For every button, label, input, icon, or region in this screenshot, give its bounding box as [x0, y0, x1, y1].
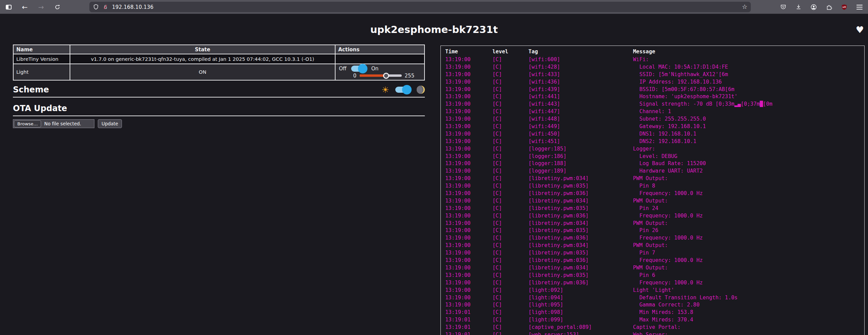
- log-tag: [captive_portal:089]: [528, 324, 633, 331]
- log-time: 13:19:00: [445, 220, 492, 227]
- extensions-button[interactable]: [824, 2, 834, 12]
- log-row: 13:19:00 [C] [wifi:450] DNS1: 192.168.10…: [441, 130, 864, 138]
- log-time: 13:19:01: [445, 316, 492, 324]
- log-level: [C]: [492, 301, 528, 309]
- log-time: 13:19:00: [445, 101, 492, 108]
- light-toggle[interactable]: [351, 66, 366, 72]
- log-message: Pin 24: [633, 205, 864, 212]
- log-row: 13:19:00 [C] [wifi:428] Local MAC: 10:5A…: [441, 64, 864, 71]
- log-header-level: level: [492, 49, 528, 55]
- log-time: 13:19:00: [445, 182, 492, 190]
- browser-toolbar: ← → 192.168.10.136 ☆: [0, 0, 868, 14]
- log-level: [C]: [492, 71, 528, 78]
- moon-icon: [417, 86, 425, 94]
- log-row: 13:19:00 [C] [wifi:443] Signal strength:…: [441, 101, 864, 108]
- log-tag: [wifi:428]: [528, 64, 633, 71]
- log-level: [C]: [492, 182, 528, 190]
- log-time: 13:19:00: [445, 272, 492, 279]
- light-state: ON: [70, 64, 335, 80]
- log-time: 13:19:00: [445, 249, 492, 257]
- log-level: [C]: [492, 197, 528, 205]
- brightness-slider-thumb[interactable]: [383, 73, 389, 79]
- browse-button[interactable]: Browse…: [14, 120, 41, 127]
- entity-table-header-name: Name: [13, 45, 70, 54]
- menu-button[interactable]: [854, 2, 865, 12]
- log-panel[interactable]: Time level Tag Message 13:19:00 [C] [wif…: [440, 46, 865, 335]
- log-level: [C]: [492, 205, 528, 212]
- brightness-slider[interactable]: [360, 74, 402, 77]
- log-row: 13:19:00 [C] [wifi:600] WiFi:: [441, 56, 864, 64]
- insecure-lock-icon[interactable]: [102, 4, 109, 10]
- ota-section: OTA Update Browse… No file selected. Upd…: [13, 104, 425, 128]
- log-tag: [libretiny.pwm:035]: [528, 249, 633, 257]
- log-row: 13:19:00 [C] [libretiny.pwm:034] PWM Out…: [441, 242, 864, 249]
- screen: { "browser": { "url": "192.168.10.136", …: [0, 0, 868, 335]
- log-row: 13:19:00 [C] [logger:188] Log Baud Rate:…: [441, 160, 864, 168]
- log-level: [C]: [492, 220, 528, 227]
- version-name: LibreTiny Version: [13, 54, 70, 64]
- pocket-button[interactable]: [778, 2, 788, 12]
- log-row: 13:19:00 [C] [libretiny.pwm:036] Frequen…: [441, 279, 864, 287]
- reload-button[interactable]: [52, 2, 62, 12]
- entity-table-header-state: State: [70, 45, 335, 54]
- log-level: [C]: [492, 145, 528, 153]
- log-level: [C]: [492, 190, 528, 197]
- url-text[interactable]: 192.168.10.136: [112, 4, 153, 10]
- log-tag: [light:099]: [528, 316, 633, 324]
- log-row: 13:19:00 [C] [libretiny.pwm:035] Pin 6: [441, 272, 864, 279]
- log-level: [C]: [492, 272, 528, 279]
- log-row: 13:19:00 [C] [light:094] Default Transit…: [441, 294, 864, 302]
- scheme-toggle[interactable]: [395, 87, 411, 93]
- log-tag: [wifi:600]: [528, 56, 633, 64]
- log-message: DNS2: 192.168.10.1: [633, 138, 864, 145]
- log-time: 13:19:00: [445, 71, 492, 78]
- ublock-shield-icon: uO: [841, 4, 848, 11]
- log-header-tag: Tag: [528, 49, 633, 55]
- log-tag: [libretiny.pwm:035]: [528, 272, 633, 279]
- log-row: 13:19:00 [C] [libretiny.pwm:035] Pin 8: [441, 182, 864, 190]
- update-button[interactable]: Update: [98, 119, 122, 128]
- log-time: 13:19:00: [445, 64, 492, 71]
- log-tag: [web_server:153]: [528, 331, 633, 335]
- bookmark-star-icon[interactable]: ☆: [742, 3, 747, 10]
- version-state: v1.7.0 on generic-bk7231t-qfn32-tuya, co…: [70, 54, 335, 64]
- log-header: Time level Tag Message: [441, 46, 864, 56]
- log-message: BSSID: [5m00:5F:67:80:57:AB[6m: [633, 86, 864, 93]
- account-button[interactable]: [809, 2, 819, 12]
- log-level: [C]: [492, 175, 528, 182]
- log-tag: [libretiny.pwm:034]: [528, 175, 633, 182]
- tracking-shield-icon[interactable]: [93, 4, 99, 10]
- url-bar[interactable]: 192.168.10.136 ☆: [89, 2, 751, 12]
- log-level: [C]: [492, 249, 528, 257]
- log-message: DNS1: 192.168.10.1: [633, 130, 864, 138]
- log-tag: [libretiny.pwm:034]: [528, 264, 633, 272]
- log-message: PWM Output:: [633, 197, 864, 205]
- log-tag: [libretiny.pwm:036]: [528, 257, 633, 264]
- ota-divider: [13, 116, 425, 116]
- log-level: [C]: [492, 227, 528, 234]
- log-level: [C]: [492, 153, 528, 160]
- log-time: 13:19:01: [445, 309, 492, 316]
- log-tag: [libretiny.pwm:035]: [528, 227, 633, 234]
- log-time: 13:19:00: [445, 138, 492, 145]
- firmware-file-input[interactable]: Browse… No file selected.: [13, 119, 94, 128]
- table-row-libretiny-version: LibreTiny Version v1.7.0 on generic-bk72…: [13, 54, 424, 64]
- log-row: 13:19:00 [C] [logger:189] Hardware UART:…: [441, 168, 864, 175]
- ota-heading: OTA Update: [13, 104, 425, 113]
- log-tag: [wifi:443]: [528, 101, 633, 108]
- back-button[interactable]: ←: [20, 2, 30, 12]
- log-level: [C]: [492, 316, 528, 324]
- log-message: Log Baud Rate: 115200: [633, 160, 864, 168]
- log-row: 13:19:01 [C] [light:098] Min Mireds: 153…: [441, 309, 864, 316]
- log-row: 13:19:00 [C] [libretiny.pwm:036] Frequen…: [441, 257, 864, 264]
- log-message: Frequency: 1000.0 Hz: [633, 257, 864, 264]
- log-time: 13:19:00: [445, 190, 492, 197]
- ublock-button[interactable]: uO: [839, 2, 849, 12]
- log-row: 13:19:00 [C] [logger:186] Level: DEBUG: [441, 153, 864, 160]
- sidebar-toggle-button[interactable]: [3, 2, 14, 12]
- log-row: 13:19:00 [C] [wifi:436] IP Address: 192.…: [441, 78, 864, 86]
- log-tag: [light:098]: [528, 309, 633, 316]
- log-message: Max Mireds: 370.4: [633, 316, 864, 324]
- downloads-button[interactable]: [793, 2, 803, 12]
- log-tag: [wifi:439]: [528, 86, 633, 93]
